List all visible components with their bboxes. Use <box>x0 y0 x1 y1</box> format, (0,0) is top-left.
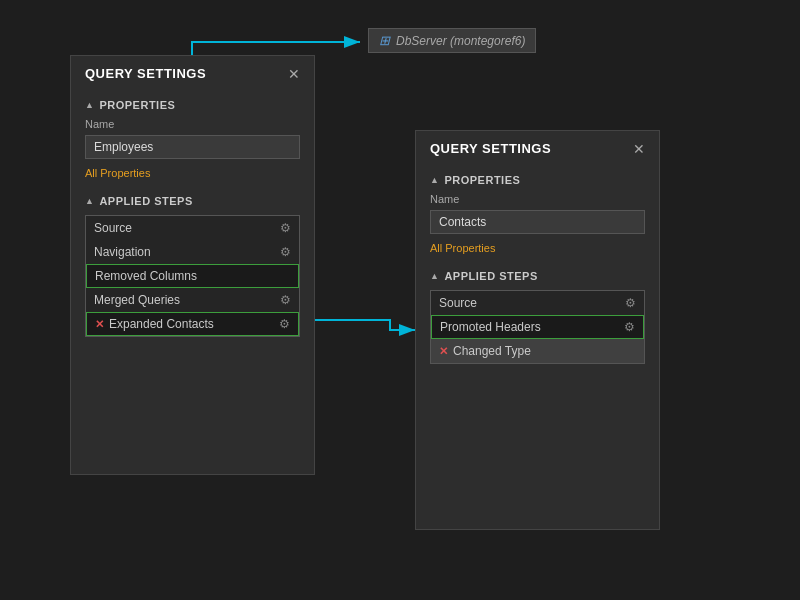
right-step-source-label: Source <box>439 296 477 310</box>
db-server-label: DbServer (montegoref6) <box>396 34 525 48</box>
left-close-button[interactable]: ✕ <box>288 67 300 81</box>
left-name-label: Name <box>71 115 314 133</box>
left-step-navigation-left: Navigation <box>94 245 151 259</box>
right-panel-title: QUERY SETTINGS <box>430 141 551 156</box>
left-step-removed-columns-left: Removed Columns <box>95 269 197 283</box>
left-applied-steps-section: ▲ APPLIED STEPS <box>71 187 314 211</box>
left-step-source-label: Source <box>94 221 132 235</box>
left-step-expanded-contacts-left: ✕ Expanded Contacts <box>95 317 214 331</box>
left-panel-header: QUERY SETTINGS ✕ <box>71 56 314 91</box>
left-step-expanded-contacts-label: Expanded Contacts <box>109 317 214 331</box>
left-step-merged-queries-gear[interactable]: ⚙ <box>280 293 291 307</box>
left-step-expanded-contacts[interactable]: ✕ Expanded Contacts ⚙ <box>86 312 299 336</box>
right-properties-label: PROPERTIES <box>444 174 520 186</box>
left-step-navigation[interactable]: Navigation ⚙ <box>86 240 299 264</box>
right-all-properties-link[interactable]: All Properties <box>416 240 659 262</box>
right-properties-section: ▲ PROPERTIES <box>416 166 659 190</box>
right-close-button[interactable]: ✕ <box>633 142 645 156</box>
right-step-source-gear[interactable]: ⚙ <box>625 296 636 310</box>
arrow-to-db <box>192 42 360 55</box>
right-steps-list: Source ⚙ Promoted Headers ⚙ ✕ Changed Ty… <box>430 290 645 364</box>
right-applied-steps-label: APPLIED STEPS <box>444 270 537 282</box>
left-step-merged-queries-left: Merged Queries <box>94 293 180 307</box>
db-icon: ⊞ <box>379 33 390 48</box>
right-step-source[interactable]: Source ⚙ <box>431 291 644 315</box>
right-step-promoted-headers-left: Promoted Headers <box>440 320 541 334</box>
left-step-removed-columns-label: Removed Columns <box>95 269 197 283</box>
left-all-properties-link[interactable]: All Properties <box>71 165 314 187</box>
right-step-promoted-headers[interactable]: Promoted Headers ⚙ <box>431 315 644 339</box>
right-step-changed-type[interactable]: ✕ Changed Type <box>431 339 644 363</box>
right-step-changed-type-left: ✕ Changed Type <box>439 344 531 358</box>
left-properties-label: PROPERTIES <box>99 99 175 111</box>
right-step-changed-type-label: Changed Type <box>453 344 531 358</box>
left-step-navigation-gear[interactable]: ⚙ <box>280 245 291 259</box>
right-step-promoted-headers-label: Promoted Headers <box>440 320 541 334</box>
left-query-settings-panel: QUERY SETTINGS ✕ ▲ PROPERTIES Name All P… <box>70 55 315 475</box>
right-name-input[interactable] <box>430 210 645 234</box>
right-panel-header: QUERY SETTINGS ✕ <box>416 131 659 166</box>
left-step-source[interactable]: Source ⚙ <box>86 216 299 240</box>
left-step-merged-queries[interactable]: Merged Queries ⚙ <box>86 288 299 312</box>
left-applied-steps-label: APPLIED STEPS <box>99 195 192 207</box>
left-steps-list: Source ⚙ Navigation ⚙ Removed Columns Me… <box>85 215 300 337</box>
left-error-x-icon: ✕ <box>95 318 104 331</box>
right-name-label: Name <box>416 190 659 208</box>
right-step-promoted-headers-gear[interactable]: ⚙ <box>624 320 635 334</box>
right-step-source-left: Source <box>439 296 477 310</box>
triangle-icon-2: ▲ <box>85 196 94 206</box>
triangle-icon-4: ▲ <box>430 271 439 281</box>
triangle-icon: ▲ <box>85 100 94 110</box>
left-name-input[interactable] <box>85 135 300 159</box>
left-step-removed-columns[interactable]: Removed Columns <box>86 264 299 288</box>
left-step-source-gear[interactable]: ⚙ <box>280 221 291 235</box>
arrow-to-right-panel <box>315 320 415 330</box>
left-step-merged-queries-label: Merged Queries <box>94 293 180 307</box>
right-error-x-icon: ✕ <box>439 345 448 358</box>
left-step-navigation-label: Navigation <box>94 245 151 259</box>
left-properties-section: ▲ PROPERTIES <box>71 91 314 115</box>
left-step-expanded-contacts-gear[interactable]: ⚙ <box>279 317 290 331</box>
right-applied-steps-section: ▲ APPLIED STEPS <box>416 262 659 286</box>
right-query-settings-panel: QUERY SETTINGS ✕ ▲ PROPERTIES Name All P… <box>415 130 660 530</box>
db-server-badge: ⊞ DbServer (montegoref6) <box>368 28 536 53</box>
triangle-icon-3: ▲ <box>430 175 439 185</box>
left-step-source-left: Source <box>94 221 132 235</box>
left-panel-title: QUERY SETTINGS <box>85 66 206 81</box>
